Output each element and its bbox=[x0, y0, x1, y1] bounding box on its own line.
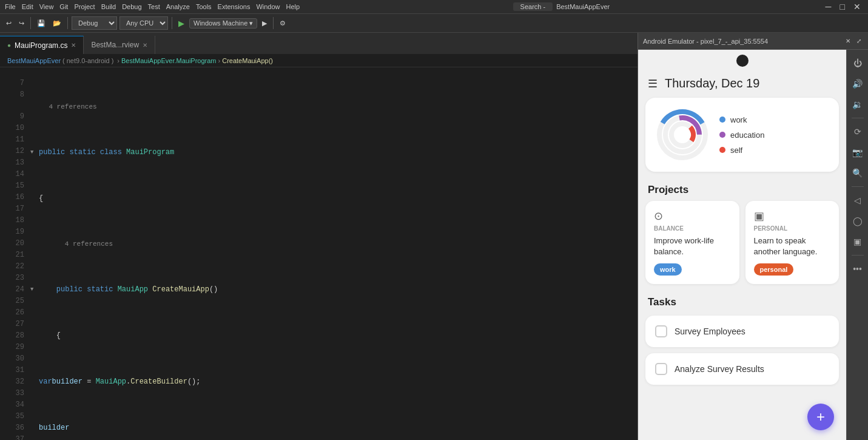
task-label-analyze: Analyze Survey Results bbox=[675, 364, 764, 374]
task-checkbox-analyze[interactable] bbox=[655, 363, 667, 375]
code-line-8: { bbox=[30, 193, 625, 205]
toolbar-open[interactable]: 📂 bbox=[50, 18, 64, 29]
ref-annotation-1: 4 references bbox=[30, 102, 625, 112]
emulator-expand-button[interactable]: ⤢ bbox=[855, 37, 863, 46]
minimize-button[interactable]: ─ bbox=[823, 2, 834, 12]
config-dropdown[interactable]: Debug Release bbox=[72, 16, 117, 30]
window-controls: ─ □ ✕ bbox=[823, 2, 863, 12]
emu-more-button[interactable]: ••• bbox=[849, 260, 866, 277]
emu-home-button[interactable]: ◯ bbox=[849, 212, 866, 229]
toolbar-redo[interactable]: ↪ bbox=[16, 18, 27, 29]
close-button[interactable]: ✕ bbox=[851, 2, 863, 12]
hamburger-icon[interactable]: ☰ bbox=[648, 77, 658, 90]
toolbar-undo[interactable]: ↩ bbox=[4, 18, 14, 29]
search-label[interactable]: Search - bbox=[513, 2, 553, 11]
emu-rotate-button[interactable]: ⟳ bbox=[849, 123, 866, 140]
menu-help[interactable]: Help bbox=[286, 3, 300, 10]
donut-legend: work education self bbox=[719, 115, 764, 155]
legend-label-education: education bbox=[730, 130, 764, 140]
fab-button[interactable]: + bbox=[807, 404, 834, 430]
collapse-9[interactable]: ▼ bbox=[30, 284, 39, 296]
project-badge-personal[interactable]: personal bbox=[754, 263, 794, 276]
emu-power-button[interactable]: ⏻ bbox=[849, 55, 866, 72]
donut-chart bbox=[655, 107, 710, 162]
tab-close-overview[interactable]: ✕ bbox=[143, 42, 147, 49]
emulator-content: ☰ Thursday, Dec 19 bbox=[638, 50, 868, 440]
menu-project[interactable]: Project bbox=[74, 3, 95, 10]
breadcrumb-method[interactable]: CreateMauiApp() bbox=[222, 57, 273, 64]
target-dropdown[interactable]: Windows Machine ▾ bbox=[189, 18, 257, 29]
tasks-section: Survey Employees Analyze Survey Results bbox=[638, 313, 846, 398]
legend-dot-education bbox=[719, 132, 725, 138]
menu-view[interactable]: View bbox=[39, 3, 54, 10]
tab-label-overview: BestMa...rview bbox=[91, 41, 139, 49]
menu-test[interactable]: Test bbox=[148, 3, 160, 10]
collapse-7[interactable]: ▼ bbox=[30, 147, 39, 158]
toolbar: ↩ ↪ 💾 📂 Debug Release Any CPU x64 x86 ▶ … bbox=[0, 13, 868, 33]
task-item-survey[interactable]: Survey Employees bbox=[645, 316, 839, 347]
project-icon-balance: ⊙ bbox=[654, 209, 731, 223]
legend-label-work: work bbox=[730, 115, 747, 124]
code-line-9: ▼ public static MauiApp CreateMauiApp() bbox=[30, 284, 625, 296]
menu-git[interactable]: Git bbox=[59, 3, 68, 10]
code-area: 7 8 9 10 11 12 13 14 15 16 17 18 19 20 2… bbox=[0, 67, 638, 440]
breadcrumb: BestMauiAppEver ( net9.0-android ) › Bes… bbox=[0, 54, 638, 67]
project-card-balance[interactable]: ⊙ BALANCE Improve work-life balance. wor… bbox=[645, 201, 739, 284]
projects-section-title: Projects bbox=[638, 179, 846, 201]
code-line-12: builder bbox=[30, 422, 625, 434]
line-numbers: 7 8 9 10 11 12 13 14 15 16 17 18 19 20 2… bbox=[0, 67, 30, 440]
menu-file[interactable]: File bbox=[5, 3, 16, 10]
title-bar: File Edit View Git Project Build Debug T… bbox=[0, 0, 868, 13]
emulator-close-button[interactable]: ✕ bbox=[844, 37, 852, 46]
task-label-survey: Survey Employees bbox=[675, 327, 745, 336]
legend-education: education bbox=[719, 130, 764, 140]
menu-bar: File Edit View Git Project Build Debug T… bbox=[5, 3, 300, 10]
emu-sidebar-divider2 bbox=[852, 186, 864, 187]
emu-screenshot-button[interactable]: 📷 bbox=[849, 144, 866, 161]
tab-close-mauiprogram[interactable]: ✕ bbox=[71, 42, 76, 49]
maximize-button[interactable]: □ bbox=[838, 2, 847, 12]
emu-volume-down-button[interactable]: 🔉 bbox=[849, 96, 866, 113]
task-item-analyze[interactable]: Analyze Survey Results bbox=[645, 353, 839, 385]
tab-icon-mauiprogram: ● bbox=[7, 42, 11, 49]
phone-date: Thursday, Dec 19 bbox=[665, 76, 759, 90]
emu-sidebar-divider1 bbox=[852, 118, 864, 118]
emulator-side: Android Emulator - pixel_7_-_api_35:5554… bbox=[638, 33, 868, 440]
projects-grid: ⊙ BALANCE Improve work-life balance. wor… bbox=[638, 201, 846, 291]
breadcrumb-project[interactable]: BestMauiAppEver bbox=[7, 57, 61, 64]
menu-edit[interactable]: Edit bbox=[22, 3, 33, 10]
menu-window[interactable]: Window bbox=[256, 3, 280, 10]
toolbar-save[interactable]: 💾 bbox=[35, 18, 48, 29]
donut-chart-section: work education self bbox=[645, 98, 839, 172]
title-bar-center: Search - BestMauiAppEver bbox=[513, 2, 610, 11]
tab-mauiprogram[interactable]: ● MauiProgram.cs ✕ bbox=[0, 36, 84, 54]
toolbar-extras[interactable]: ⚙ bbox=[277, 18, 288, 29]
emu-back-button[interactable]: ◁ bbox=[849, 192, 866, 209]
menu-build[interactable]: Build bbox=[101, 3, 116, 10]
project-badge-work[interactable]: work bbox=[654, 263, 682, 276]
menu-analyze[interactable]: Analyze bbox=[166, 3, 190, 10]
emu-volume-up-button[interactable]: 🔊 bbox=[849, 75, 866, 92]
legend-self: self bbox=[719, 146, 764, 155]
emu-zoom-button[interactable]: 🔍 bbox=[849, 164, 866, 181]
project-tag-balance: BALANCE bbox=[654, 225, 731, 232]
menu-extensions[interactable]: Extensions bbox=[218, 3, 251, 10]
svg-point-2 bbox=[671, 124, 693, 146]
task-checkbox-survey[interactable] bbox=[655, 325, 667, 337]
tab-overview[interactable]: BestMa...rview ✕ bbox=[84, 36, 155, 54]
emu-recents-button[interactable]: ▣ bbox=[849, 233, 866, 250]
legend-dot-work bbox=[719, 117, 725, 123]
run-button[interactable]: ▶ bbox=[176, 18, 187, 29]
breadcrumb-file[interactable]: BestMauiAppEver.MauiProgram bbox=[121, 57, 217, 64]
code-line-10: { bbox=[30, 330, 625, 342]
menu-debug[interactable]: Debug bbox=[122, 3, 141, 10]
menu-tools[interactable]: Tools bbox=[196, 3, 212, 10]
legend-dot-self bbox=[719, 147, 725, 153]
emu-sidebar-divider3 bbox=[852, 255, 864, 256]
tab-label-mauiprogram: MauiProgram.cs bbox=[15, 41, 67, 50]
phone-camera bbox=[736, 55, 749, 67]
platform-dropdown[interactable]: Any CPU x64 x86 bbox=[119, 16, 168, 30]
toolbar-sep3 bbox=[172, 17, 172, 29]
project-card-personal[interactable]: ▣ PERSONAL Learn to speak another langua… bbox=[745, 201, 839, 284]
attach-button[interactable]: ▶ bbox=[260, 18, 269, 29]
